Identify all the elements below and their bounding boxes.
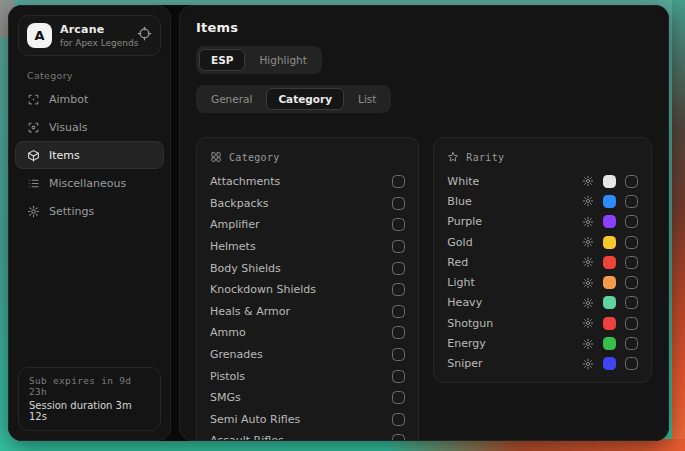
rarity-panel: Rarity WhiteBluePurpleGoldRedLightHeavyS…	[433, 137, 652, 383]
sidebar-section-label: Category	[27, 70, 170, 81]
rarity-row: White	[447, 171, 638, 191]
rarity-color-swatch[interactable]	[603, 357, 616, 370]
category-label: Helmets	[210, 240, 256, 253]
target-icon[interactable]	[137, 26, 152, 45]
rarity-settings-gear-icon[interactable]	[582, 277, 594, 289]
rarity-row: Heavy	[447, 293, 638, 313]
category-checkbox[interactable]	[392, 413, 405, 426]
category-label: Knockdown Shields	[210, 283, 316, 296]
category-label: Semi Auto Rifles	[210, 413, 300, 426]
rarity-checkbox[interactable]	[625, 215, 638, 228]
category-checkbox[interactable]	[392, 262, 405, 275]
sidebar-item-items[interactable]: Items	[15, 141, 164, 169]
category-row: Amplifier	[210, 214, 405, 236]
category-label: Assault Rifles	[210, 434, 284, 441]
app-window: A Arcane for Apex Legends Category Aimbo…	[8, 5, 669, 441]
tab-category[interactable]: Category	[266, 88, 344, 110]
sub-expiry-text: Sub expires in 9d 23h	[29, 375, 150, 397]
rarity-checkbox[interactable]	[625, 337, 638, 350]
view-tabs: GeneralCategoryList	[196, 85, 391, 113]
rarity-color-swatch[interactable]	[603, 236, 616, 249]
rarity-settings-gear-icon[interactable]	[582, 358, 594, 370]
category-row: Body Shields	[210, 257, 405, 279]
rarity-settings-gear-icon[interactable]	[582, 317, 594, 329]
rarity-checkbox[interactable]	[625, 317, 638, 330]
category-label: Attachments	[210, 175, 280, 188]
category-label: Ammo	[210, 326, 246, 339]
sidebar-item-label: Miscellaneous	[49, 177, 126, 190]
category-checkbox[interactable]	[392, 370, 405, 383]
rarity-row: Purple	[447, 212, 638, 232]
rarity-checkbox[interactable]	[625, 296, 638, 309]
rarity-label: Heavy	[447, 296, 573, 309]
category-checkbox[interactable]	[392, 218, 405, 231]
rarity-color-swatch[interactable]	[603, 296, 616, 309]
category-checkbox[interactable]	[392, 348, 405, 361]
sidebar-item-label: Items	[49, 149, 80, 162]
rarity-row: Light	[447, 272, 638, 292]
rarity-settings-gear-icon[interactable]	[582, 175, 594, 187]
app-logo: A	[27, 23, 52, 48]
category-checkbox[interactable]	[392, 283, 405, 296]
grid-icon	[210, 151, 222, 163]
rarity-settings-gear-icon[interactable]	[582, 256, 594, 268]
rarity-color-swatch[interactable]	[603, 276, 616, 289]
category-checkbox[interactable]	[392, 175, 405, 188]
category-row: Pistols	[210, 365, 405, 387]
rarity-color-swatch[interactable]	[603, 337, 616, 350]
rarity-color-swatch[interactable]	[603, 195, 616, 208]
tab-highlight[interactable]: Highlight	[247, 49, 318, 71]
category-checkbox[interactable]	[392, 197, 405, 210]
tab-list[interactable]: List	[346, 88, 388, 110]
category-checkbox[interactable]	[392, 391, 405, 404]
rarity-settings-gear-icon[interactable]	[582, 216, 594, 228]
rarity-checkbox[interactable]	[625, 357, 638, 370]
rarity-settings-gear-icon[interactable]	[582, 195, 594, 207]
category-row: SMGs	[210, 387, 405, 409]
rarity-checkbox[interactable]	[625, 175, 638, 188]
rarity-checkbox[interactable]	[625, 256, 638, 269]
tab-esp[interactable]: ESP	[199, 49, 245, 71]
rarity-label: Red	[447, 256, 573, 269]
rarity-settings-gear-icon[interactable]	[582, 236, 594, 248]
category-checkbox[interactable]	[392, 326, 405, 339]
category-row: Attachments	[210, 171, 405, 193]
rarity-checkbox[interactable]	[625, 236, 638, 249]
sidebar-item-visuals[interactable]: Visuals	[15, 113, 164, 141]
category-row: Heals & Armor	[210, 301, 405, 323]
desktop-background-right	[672, 0, 685, 451]
brand-header: A Arcane for Apex Legends	[18, 15, 161, 56]
category-row: Backpacks	[210, 193, 405, 215]
sidebar-item-label: Settings	[49, 205, 94, 218]
session-duration-text: Session duration 3m 12s	[29, 400, 150, 422]
rarity-label: White	[447, 175, 573, 188]
sidebar-item-aimbot[interactable]: Aimbot	[15, 85, 164, 113]
category-label: Backpacks	[210, 197, 269, 210]
tab-general[interactable]: General	[199, 88, 264, 110]
rarity-color-swatch[interactable]	[603, 215, 616, 228]
category-label: Grenades	[210, 348, 263, 361]
brand-subtitle: for Apex Legends	[60, 38, 129, 48]
category-label: Body Shields	[210, 262, 281, 275]
sidebar-item-label: Visuals	[49, 121, 88, 134]
page-title: Items	[196, 20, 652, 35]
sidebar-item-miscellaneous[interactable]: Miscellaneous	[15, 169, 164, 197]
rarity-color-swatch[interactable]	[603, 256, 616, 269]
rarity-settings-gear-icon[interactable]	[582, 338, 594, 350]
rarity-color-swatch[interactable]	[603, 317, 616, 330]
rarity-row: Energy	[447, 333, 638, 353]
category-label: SMGs	[210, 391, 241, 404]
sidebar-item-settings[interactable]: Settings	[15, 197, 164, 225]
scan-eye-icon	[27, 121, 40, 134]
category-row: Ammo	[210, 322, 405, 344]
rarity-checkbox[interactable]	[625, 195, 638, 208]
rarity-checkbox[interactable]	[625, 276, 638, 289]
crosshair-frame-icon	[27, 93, 40, 106]
category-list: AttachmentsBackpacksAmplifierHelmetsBody…	[210, 171, 405, 441]
category-checkbox[interactable]	[392, 434, 405, 441]
rarity-settings-gear-icon[interactable]	[582, 297, 594, 309]
rarity-color-swatch[interactable]	[603, 175, 616, 188]
session-info-box: Sub expires in 9d 23h Session duration 3…	[18, 367, 161, 431]
category-checkbox[interactable]	[392, 305, 405, 318]
category-checkbox[interactable]	[392, 240, 405, 253]
